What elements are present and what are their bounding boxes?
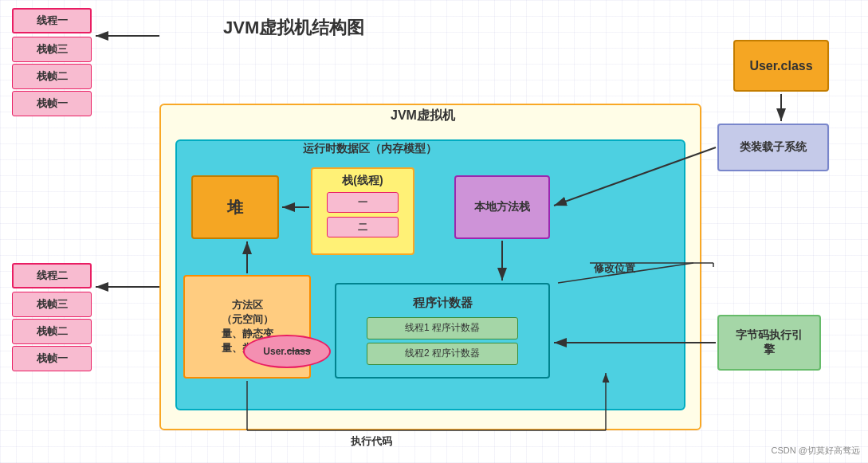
class-loader-box: 类装载子系统 bbox=[717, 124, 829, 171]
watermark: CSDN @切莫好高骛远 bbox=[772, 445, 860, 457]
canvas: JVM虚拟机结构图 线程一 栈帧三 栈帧二 栈帧一 线程二 栈帧三 栈帧二 栈帧… bbox=[0, 0, 868, 463]
thread-one-frame2: 栈帧二 bbox=[12, 64, 92, 89]
user-class-oval: User.class bbox=[243, 335, 331, 368]
heap-box: 堆 bbox=[191, 175, 279, 239]
pc-counter-label: 程序计数器 bbox=[413, 296, 473, 311]
thread-one-frame3: 栈帧三 bbox=[12, 37, 92, 62]
stack-thread-box: 栈(线程) 一 二 bbox=[311, 167, 414, 255]
thread-one-label: 线程一 bbox=[12, 8, 92, 33]
pc-thread2-item: 线程2 程序计数器 bbox=[367, 343, 518, 365]
thread-two-frame1: 栈帧一 bbox=[12, 346, 92, 371]
pc-counter-box: 程序计数器 线程1 程序计数器 线程2 程序计数器 bbox=[335, 283, 550, 379]
thread-two-frame2: 栈帧二 bbox=[12, 319, 92, 344]
user-class-box: User.class bbox=[733, 40, 829, 92]
stack-item-one: 一 bbox=[327, 192, 399, 213]
thread-two-stack: 线程二 栈帧三 栈帧二 栈帧一 bbox=[12, 263, 92, 373]
thread-two-frame3: 栈帧三 bbox=[12, 292, 92, 317]
jvm-outer-label: JVM虚拟机 bbox=[391, 108, 455, 124]
bytecode-engine-box: 字节码执行引擎 bbox=[717, 315, 821, 371]
modify-label: 修改位置 bbox=[594, 261, 635, 276]
stack-item-two: 二 bbox=[327, 217, 399, 237]
stack-thread-label: 栈(线程) bbox=[342, 174, 383, 188]
thread-one-stack: 线程一 栈帧三 栈帧二 栈帧一 bbox=[12, 8, 92, 118]
thread-one-frame1: 栈帧一 bbox=[12, 91, 92, 116]
page-title: JVM虚拟机结构图 bbox=[223, 16, 364, 40]
runtime-area-label: 运行时数据区（内存模型） bbox=[303, 142, 437, 156]
pc-thread1-item: 线程1 程序计数器 bbox=[367, 317, 518, 339]
exec-label: 执行代码 bbox=[351, 434, 392, 449]
native-stack-box: 本地方法栈 bbox=[454, 175, 550, 239]
thread-two-label: 线程二 bbox=[12, 263, 92, 288]
bytecode-engine-label: 字节码执行引擎 bbox=[736, 328, 803, 357]
